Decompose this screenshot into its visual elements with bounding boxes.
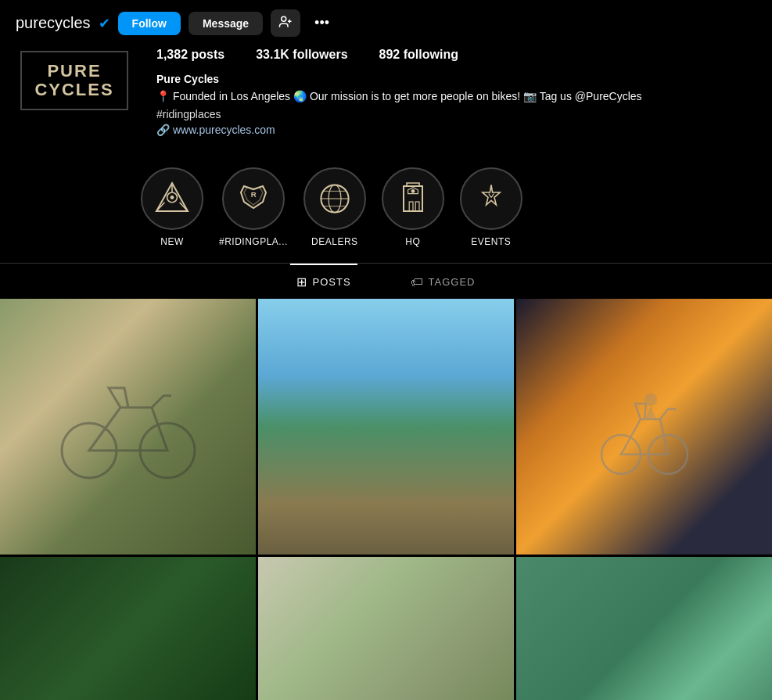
link-icon: 🔗 — [156, 124, 170, 136]
followers-stat[interactable]: 33.1K followers — [256, 48, 347, 62]
highlights-section: NEW R #RIDINGPLA... DEALERS — [125, 152, 772, 255]
highlight-dealers[interactable]: DEALERS — [303, 167, 366, 247]
highlight-circle-new — [141, 167, 203, 230]
tab-tagged-label: TAGGED — [429, 276, 476, 288]
bio-link[interactable]: 🔗 www.purecycles.com — [156, 124, 756, 136]
tag-icon: 🏷 — [411, 275, 424, 289]
photo-overlay-5 — [258, 659, 514, 700]
highlight-new[interactable]: NEW — [141, 167, 203, 247]
photo-overlay-1 — [0, 299, 256, 555]
highlight-label-dealers: DEALERS — [311, 236, 358, 247]
logo-text-line2: CYCLES — [34, 81, 113, 99]
grid-item-5[interactable] — [258, 557, 514, 700]
grid-item-2[interactable] — [258, 299, 514, 555]
tab-tagged[interactable]: 🏷 TAGGED — [404, 264, 482, 299]
photo-grid: ummer Sal — [0, 299, 772, 700]
username-label: purecycles — [16, 14, 91, 32]
photo-overlay-6 — [516, 659, 772, 700]
svg-rect-16 — [415, 202, 419, 211]
highlight-circle-ridingplaces: R — [222, 167, 285, 230]
svg-point-22 — [645, 393, 657, 406]
profile-logo-area: PURE CYCLES — [16, 43, 133, 136]
highlight-circle-events — [460, 167, 522, 230]
logo-text-line1: PURE — [34, 62, 113, 81]
posts-label: posts — [192, 48, 225, 61]
bio-url[interactable]: www.purecycles.com — [173, 124, 275, 136]
posts-count: 1,382 — [156, 48, 188, 61]
highlight-icon-ridingplaces: R — [235, 180, 272, 217]
highlight-icon-events — [472, 180, 510, 217]
posts-stat: 1,382 posts — [156, 48, 224, 62]
highlight-label-hq: HQ — [405, 236, 420, 247]
svg-text:R: R — [251, 190, 257, 199]
photo-overlay-3 — [516, 299, 772, 555]
highlight-icon-dealers — [316, 180, 354, 217]
tabs-row: ⊞ POSTS 🏷 TAGGED — [0, 264, 772, 299]
profile-header: purecycles ✔ Follow Message ••• — [0, 0, 772, 43]
grid-item-3[interactable] — [516, 299, 772, 555]
follow-button[interactable]: Follow — [118, 12, 181, 35]
profile-info: 1,382 posts 33.1K followers 892 followin… — [156, 43, 756, 136]
bike-svg-3 — [598, 376, 691, 478]
highlight-circle-dealers — [303, 167, 366, 230]
highlight-label-ridingplaces: #RIDINGPLA... — [219, 236, 288, 247]
svg-point-0 — [282, 16, 286, 21]
highlight-icon-new — [153, 180, 191, 217]
following-stat[interactable]: 892 following — [379, 48, 458, 62]
highlight-label-events: EVENTS — [471, 236, 511, 247]
highlight-icon-hq — [394, 180, 432, 217]
grid-item-6[interactable] — [516, 557, 772, 700]
brand-logo: PURE CYCLES — [20, 51, 127, 110]
add-person-button[interactable] — [271, 9, 300, 37]
bio-hashtag[interactable]: #ridingplaces — [156, 108, 756, 120]
message-button[interactable]: Message — [189, 12, 263, 35]
tab-posts-label: POSTS — [312, 276, 350, 288]
bio-text: 📍 Founded in Los Angeles 🌏 Our mission i… — [156, 88, 756, 105]
verified-icon: ✔ — [99, 15, 110, 32]
profile-section: PURE CYCLES 1,382 posts 33.1K followers … — [0, 43, 772, 152]
highlight-label-new: NEW — [160, 236, 184, 247]
grid-icon: ⊞ — [296, 275, 307, 289]
highlight-hq[interactable]: HQ — [382, 167, 444, 247]
highlight-events[interactable]: EVENTS — [460, 167, 522, 247]
svg-point-17 — [411, 189, 415, 193]
highlight-ridingplaces[interactable]: R #RIDINGPLA... — [219, 167, 288, 247]
following-label: following — [404, 48, 458, 61]
svg-rect-15 — [409, 202, 413, 211]
tab-posts[interactable]: ⊞ POSTS — [290, 264, 357, 299]
bike-svg-1 — [50, 364, 206, 490]
svg-point-5 — [171, 196, 174, 199]
highlight-circle-hq — [382, 167, 444, 230]
grid-item-4[interactable]: ummer Sal — [0, 557, 256, 700]
followers-label: followers — [293, 48, 347, 61]
more-options-button[interactable]: ••• — [308, 12, 336, 34]
followers-count: 33.1K — [256, 48, 289, 61]
stats-row: 1,382 posts 33.1K followers 892 followin… — [156, 43, 756, 62]
bio-name: Pure Cycles — [156, 73, 756, 85]
grid-item-1[interactable] — [0, 299, 256, 555]
following-count: 892 — [379, 48, 400, 61]
